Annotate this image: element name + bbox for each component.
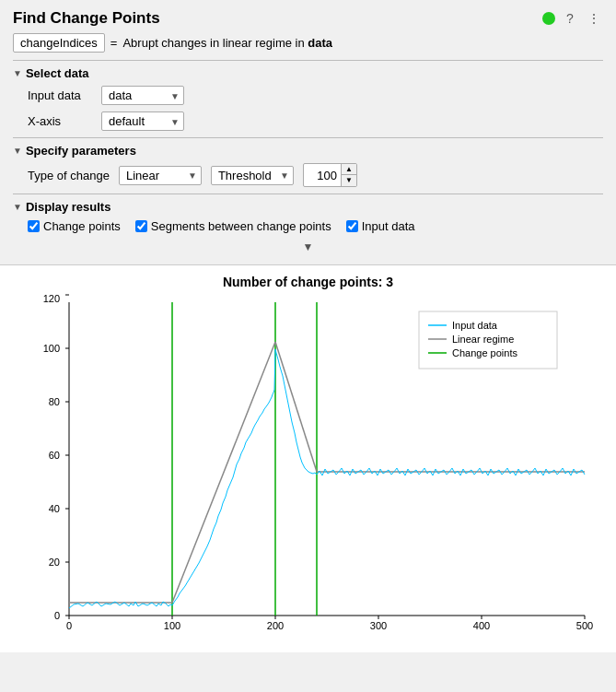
section-triangle-params: ▼ bbox=[13, 146, 22, 156]
checkbox-input-data[interactable]: Input data bbox=[346, 219, 415, 233]
xaxis-select[interactable]: default bbox=[101, 111, 184, 131]
checkbox-change-points-input[interactable] bbox=[28, 220, 40, 232]
help-button[interactable]: ? bbox=[561, 9, 579, 28]
svg-text:500: 500 bbox=[575, 620, 592, 631]
section-triangle-select: ▼ bbox=[13, 68, 22, 78]
chart-title: Number of change points: 3 bbox=[9, 275, 607, 289]
type-of-change-row: Type of change Linear Mean ▼ Threshold F… bbox=[28, 163, 603, 187]
input-data-row: Input data data ▼ bbox=[28, 86, 603, 105]
collapse-button[interactable]: ▼ bbox=[303, 240, 314, 253]
section-specify-params[interactable]: ▼ Specify parameters bbox=[13, 144, 603, 158]
svg-text:Change points: Change points bbox=[452, 347, 517, 358]
svg-text:120: 120 bbox=[42, 293, 59, 304]
threshold-down-button[interactable]: ▼ bbox=[342, 175, 356, 186]
svg-text:60: 60 bbox=[48, 450, 59, 461]
svg-line-33 bbox=[275, 342, 317, 472]
svg-text:100: 100 bbox=[42, 343, 59, 354]
type-of-change-label: Type of change bbox=[28, 169, 110, 182]
formula-var: changeIndices bbox=[13, 33, 105, 53]
section-display-results[interactable]: ▼ Display results bbox=[13, 200, 603, 214]
chart-svg: 0 20 40 60 80 100 120 0 100 bbox=[23, 293, 594, 643]
xaxis-select-wrapper: default ▼ bbox=[101, 111, 184, 131]
formula-equals: = bbox=[110, 36, 118, 50]
checkbox-input-data-input[interactable] bbox=[346, 220, 358, 232]
section-triangle-results: ▼ bbox=[13, 202, 22, 212]
svg-text:200: 200 bbox=[266, 620, 283, 631]
svg-text:40: 40 bbox=[48, 503, 59, 514]
svg-line-32 bbox=[172, 342, 275, 603]
formula-row: changeIndices = Abrupt changes in linear… bbox=[13, 33, 603, 53]
xaxis-row: X-axis default ▼ bbox=[28, 111, 603, 131]
type-select-wrapper: Linear Mean ▼ bbox=[119, 166, 202, 185]
svg-text:300: 300 bbox=[369, 620, 386, 631]
checkbox-change-points[interactable]: Change points bbox=[28, 219, 121, 233]
threshold-input[interactable]: 100 bbox=[304, 167, 341, 184]
section-select-data[interactable]: ▼ Select data bbox=[13, 66, 603, 80]
checkbox-change-points-label: Change points bbox=[43, 219, 121, 233]
page-title: Find Change Points bbox=[13, 9, 160, 28]
input-data-select-wrapper: data ▼ bbox=[101, 86, 184, 105]
status-indicator bbox=[542, 12, 555, 25]
method-select[interactable]: Threshold Fixed bbox=[211, 166, 294, 185]
section-params-label: Specify parameters bbox=[26, 144, 136, 158]
svg-text:400: 400 bbox=[472, 620, 489, 631]
chart-area: 0 20 40 60 80 100 120 0 100 bbox=[23, 293, 594, 643]
checkbox-segments-label: Segments between change points bbox=[151, 219, 331, 233]
chart-container: Number of change points: 3 0 20 40 60 80 bbox=[0, 265, 616, 652]
checkbox-segments-input[interactable] bbox=[135, 220, 147, 232]
threshold-up-button[interactable]: ▲ bbox=[342, 164, 356, 175]
svg-text:Input data: Input data bbox=[452, 320, 498, 331]
more-button[interactable]: ⋮ bbox=[585, 9, 603, 28]
method-select-wrapper: Threshold Fixed ▼ bbox=[211, 166, 294, 185]
input-data-select[interactable]: data bbox=[101, 86, 184, 105]
svg-text:80: 80 bbox=[48, 396, 59, 407]
input-data-label: Input data bbox=[28, 88, 92, 102]
display-results-checkboxes: Change points Segments between change po… bbox=[28, 219, 603, 233]
svg-text:Linear regime: Linear regime bbox=[452, 334, 514, 345]
svg-text:100: 100 bbox=[163, 620, 180, 631]
xaxis-label: X-axis bbox=[28, 114, 92, 128]
section-results-label: Display results bbox=[26, 200, 111, 214]
checkbox-input-data-label: Input data bbox=[362, 219, 415, 233]
formula-desc: Abrupt changes in linear regime in data bbox=[122, 36, 332, 50]
threshold-spinner: 100 ▲ ▼ bbox=[303, 163, 357, 187]
svg-text:0: 0 bbox=[65, 620, 71, 631]
section-select-data-label: Select data bbox=[26, 66, 89, 80]
type-select[interactable]: Linear Mean bbox=[119, 166, 202, 185]
svg-text:20: 20 bbox=[48, 557, 59, 568]
svg-text:0: 0 bbox=[53, 610, 59, 621]
checkbox-segments[interactable]: Segments between change points bbox=[135, 219, 331, 233]
